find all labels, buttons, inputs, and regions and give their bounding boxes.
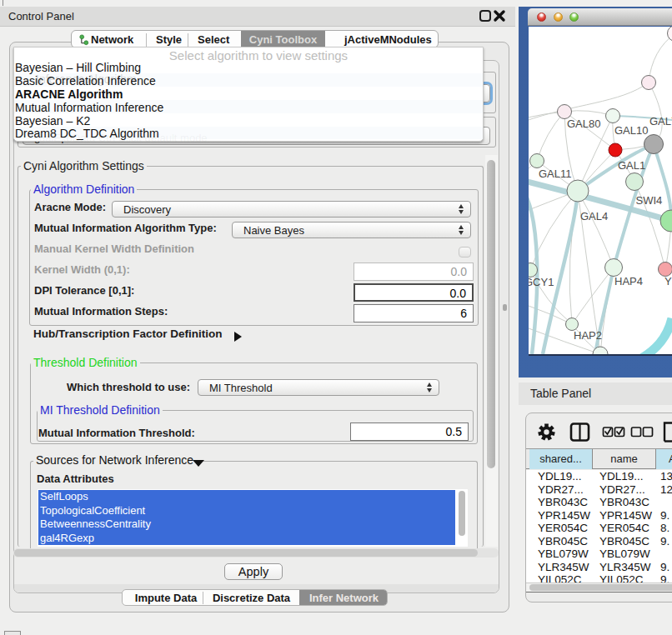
svg-text:GAL4: GAL4: [580, 210, 608, 222]
svg-text:GAL7: GAL7: [649, 115, 672, 128]
svg-text:GAL1: GAL1: [618, 159, 645, 172]
svg-text:GAL11: GAL11: [539, 168, 572, 180]
svg-text:Y: Y: [664, 275, 672, 288]
svg-text:GCY1: GCY1: [529, 276, 554, 288]
svg-text:GAL80: GAL80: [567, 118, 600, 130]
svg-text:HAP2: HAP2: [574, 329, 602, 342]
svg-text:SWI4: SWI4: [636, 194, 663, 207]
svg-text:GAL10: GAL10: [614, 124, 648, 137]
svg-text:HAP4: HAP4: [614, 275, 643, 288]
